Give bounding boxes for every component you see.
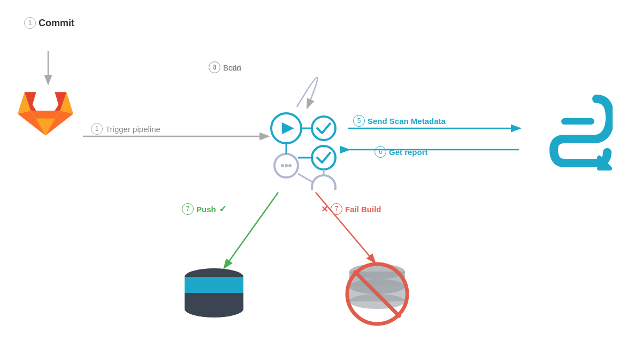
svg-point-35 [185, 300, 243, 317]
trigger-badge: 1 [91, 123, 103, 135]
svg-point-20 [312, 146, 335, 169]
svg-line-4 [225, 192, 278, 267]
fail-build-label: ✕ 7 Fail Build [321, 203, 381, 215]
svg-marker-17 [282, 122, 294, 134]
svg-point-18 [312, 117, 335, 140]
diagram: 1 Commit [0, 0, 642, 364]
fail-build-badge: 7 [331, 203, 342, 215]
push-badge: 7 [182, 203, 194, 215]
security-scanner-icon [548, 94, 613, 181]
get-report-badge: 6 [374, 146, 386, 158]
get-report-label: 6 Get report [374, 146, 428, 158]
fail-x-icon: ✕ [321, 204, 328, 214]
registry-stack-icon [182, 267, 246, 323]
svg-point-22 [281, 164, 284, 167]
trigger-pipeline-label: 1 Trigger pipeline [91, 123, 160, 135]
push-label: 7 Push ✓ [182, 203, 227, 215]
blocked-container-icon [342, 262, 412, 328]
scan-label: 4 Scan [209, 61, 241, 73]
scan-badge: 4 [209, 61, 220, 73]
send-scan-label: 5 Send Scan Metadata [353, 115, 446, 127]
commit-step-label: 1 Commit [24, 17, 74, 29]
svg-point-24 [288, 164, 292, 167]
svg-point-23 [285, 164, 288, 167]
svg-point-25 [312, 175, 335, 190]
send-scan-badge: 5 [353, 115, 365, 127]
svg-line-29 [298, 174, 312, 182]
commit-badge: 1 [24, 17, 36, 29]
push-checkmark: ✓ [219, 203, 227, 215]
pipeline-icon [262, 104, 348, 192]
gitlab-fox-icon [16, 83, 75, 144]
